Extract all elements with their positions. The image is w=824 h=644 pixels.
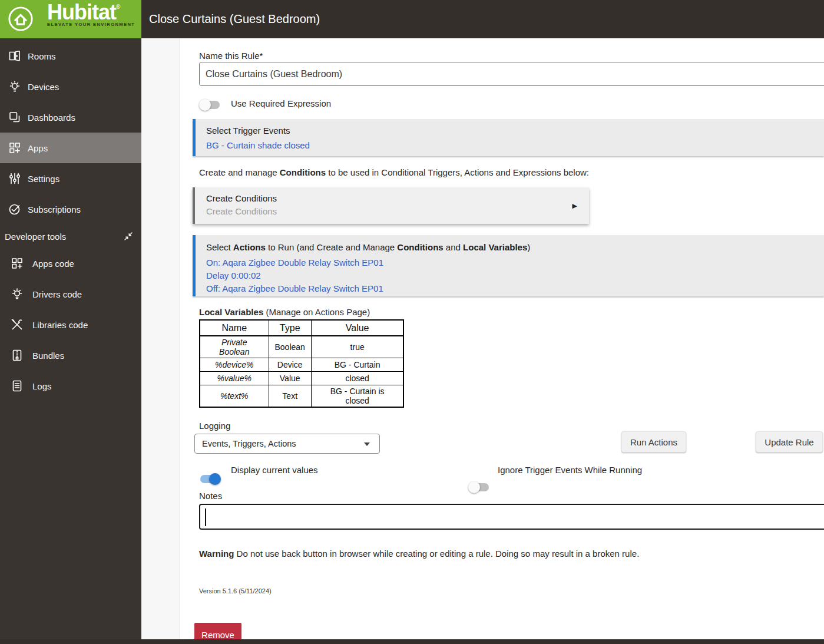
developer-tools-label: Developer tools [5, 232, 66, 242]
expand-arrow-icon: ▶ [573, 202, 577, 210]
variable-value: closed [311, 372, 403, 385]
sidebar-item-label: Logs [32, 381, 52, 391]
collapse-icon[interactable] [124, 232, 133, 241]
page-title: Close Curtains (Guest Bedroom) [141, 12, 320, 26]
column-header-type: Type [269, 320, 311, 336]
subscriptions-icon [8, 202, 22, 216]
sidebar-item-libraries-code[interactable]: Libraries code [0, 309, 141, 340]
chevron-down-icon [364, 442, 370, 446]
variable-type: Boolean [269, 336, 311, 358]
apps-code-icon [10, 256, 24, 270]
notes-label: Notes [199, 491, 222, 501]
notes-textarea[interactable] [199, 504, 824, 530]
variable-value: BG - Curtain [311, 358, 403, 372]
brand-tagline: ELEVATE YOUR ENVIRONMENT [47, 22, 135, 27]
main-content: Name this Rule* Use Required Expression … [141, 38, 824, 644]
action-link-on[interactable]: On: Aqara Zigbee Double Relay Switch EP0… [206, 256, 383, 269]
table-header-row: Name Type Value [200, 320, 403, 336]
select-trigger-events-panel[interactable]: Select Trigger Events BG - Curtain shade… [193, 119, 824, 156]
variable-type: Value [269, 372, 311, 385]
column-header-value: Value [311, 320, 403, 336]
variable-value: BG - Curtain is closed [311, 385, 403, 408]
dashboards-icon [8, 110, 22, 124]
action-link-delay[interactable]: Delay 0:00:02 [206, 269, 261, 282]
create-conditions-panel[interactable]: Create Conditions Create Conditions ▶ [193, 187, 589, 224]
brand-registered-mark: ® [116, 4, 120, 10]
use-required-expression-toggle[interactable] [200, 101, 220, 109]
table-row: Private Boolean Boolean true [200, 336, 403, 358]
sidebar-item-apps-code[interactable]: Apps code [0, 248, 141, 279]
sidebar-item-logs[interactable]: Logs [0, 371, 141, 401]
conditions-description: Create and manage Conditions to be used … [199, 167, 589, 177]
sidebar-item-label: Subscriptions [28, 204, 81, 214]
sidebar-item-label: Devices [28, 82, 59, 92]
local-variables-label: Local Variables (Manage on Actions Page) [199, 307, 370, 317]
variable-type: Device [269, 358, 311, 372]
sidebar-item-label: Settings [28, 174, 59, 184]
variable-name: %value% [200, 372, 269, 385]
run-actions-button[interactable]: Run Actions [621, 431, 686, 453]
variable-type: Text [269, 385, 311, 408]
name-rule-label: Name this Rule* [199, 51, 263, 61]
warning-text: Warning Do not use back button in browse… [199, 549, 639, 559]
content-gutter [141, 38, 180, 644]
text-cursor [205, 508, 206, 526]
update-rule-button[interactable]: Update Rule [756, 431, 823, 453]
developer-tools-header: Developer tools [0, 224, 141, 248]
select-actions-panel[interactable]: Select Actions to Run (and Create and Ma… [193, 235, 824, 296]
ignore-trigger-events-toggle[interactable] [469, 483, 489, 491]
trigger-event-link[interactable]: BG - Curtain shade closed [206, 139, 310, 152]
brand-name: Hubitat [47, 0, 116, 24]
rule-name-input[interactable] [199, 62, 824, 86]
table-row: %value% Value closed [200, 372, 403, 385]
sidebar-item-devices[interactable]: Devices [0, 71, 141, 102]
create-conditions-subtitle: Create Conditions [206, 206, 589, 216]
sidebar-item-label: Libraries code [32, 320, 88, 330]
variable-value: true [311, 336, 403, 358]
logging-selected-value: Events, Triggers, Actions [202, 439, 296, 448]
version-text: Version 5.1.6 (5/11/2024) [199, 587, 272, 595]
page-root: Hubitat® ELEVATE YOUR ENVIRONMENT Rooms [0, 0, 824, 644]
sidebar-item-rooms[interactable]: Rooms [0, 41, 141, 71]
sidebar-item-label: Drivers code [32, 289, 82, 299]
display-current-values-toggle[interactable] [200, 475, 220, 483]
trigger-panel-title: Select Trigger Events [206, 126, 824, 136]
variable-name: Private Boolean [200, 336, 269, 358]
drivers-code-icon [10, 287, 24, 301]
sidebar-item-label: Bundles [32, 351, 64, 361]
sidebar-item-drivers-code[interactable]: Drivers code [0, 279, 141, 309]
sidebar-item-label: Dashboards [28, 113, 75, 123]
hubitat-logo[interactable]: Hubitat® ELEVATE YOUR ENVIRONMENT [0, 0, 141, 38]
variable-name: %text% [200, 385, 269, 408]
sidebar: Hubitat® ELEVATE YOUR ENVIRONMENT Rooms [0, 0, 141, 644]
devices-icon [8, 80, 22, 94]
display-current-values-label: Display current values [231, 465, 318, 475]
table-row: %text% Text BG - Curtain is closed [200, 385, 403, 408]
sidebar-item-dashboards[interactable]: Dashboards [0, 102, 141, 133]
local-variables-table: Name Type Value Private Boolean Boolean … [199, 319, 404, 408]
logs-icon [10, 379, 24, 393]
action-link-off[interactable]: Off: Aqara Zigbee Double Relay Switch EP… [206, 282, 383, 295]
footer-bar [0, 639, 824, 644]
sidebar-item-label: Rooms [28, 51, 56, 61]
hubitat-logo-icon [7, 5, 34, 32]
sidebar-item-label: Apps code [32, 259, 74, 269]
libraries-code-icon [10, 318, 24, 332]
sidebar-item-apps[interactable]: Apps [0, 133, 141, 163]
apps-icon [8, 141, 22, 155]
table-row: %device% Device BG - Curtain [200, 358, 403, 372]
sidebar-nav: Rooms Devices Dashboards [0, 41, 141, 401]
use-required-expression-label: Use Required Expression [231, 98, 331, 108]
sidebar-item-subscriptions[interactable]: Subscriptions [0, 194, 141, 224]
logging-select[interactable]: Events, Triggers, Actions [194, 434, 380, 454]
variable-name: %device% [200, 358, 269, 372]
logging-label: Logging [199, 421, 230, 431]
header-bar: Close Curtains (Guest Bedroom) [141, 0, 824, 38]
rooms-icon [8, 49, 22, 63]
sidebar-item-settings[interactable]: Settings [0, 163, 141, 194]
sidebar-item-label: Apps [28, 143, 48, 153]
bundles-icon [10, 348, 24, 362]
create-conditions-title: Create Conditions [206, 193, 589, 203]
sidebar-item-bundles[interactable]: Bundles [0, 340, 141, 371]
actions-panel-title: Select Actions to Run (and Create and Ma… [206, 242, 824, 252]
